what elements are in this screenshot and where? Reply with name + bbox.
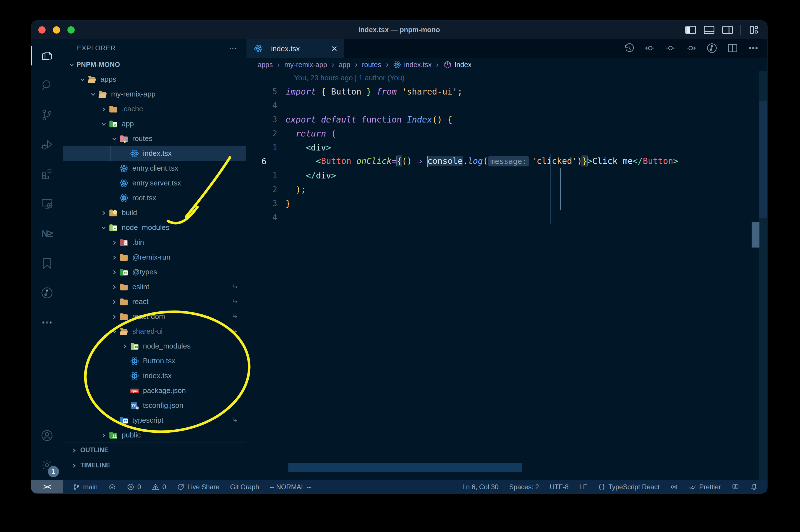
settings-gear-icon[interactable]: 1 (31, 450, 63, 480)
status-feedback[interactable] (731, 483, 739, 491)
horizontal-scrollbar-thumb[interactable] (288, 463, 522, 472)
tree-item-index-tsx[interactable]: index.tsx (63, 146, 246, 161)
tree-item-routes[interactable]: routes (63, 131, 246, 146)
tab-index-tsx[interactable]: index.tsx ✕ (246, 39, 344, 58)
status-branch[interactable]: main (73, 483, 98, 491)
chevron-right-icon[interactable] (109, 417, 119, 423)
chevron-right-icon[interactable] (109, 314, 119, 320)
section-outline[interactable]: OUTLINE (63, 442, 246, 458)
tree-item-apps[interactable]: apps (63, 72, 246, 87)
toggle-primary-sidebar-icon[interactable] (685, 26, 696, 34)
status-prettier[interactable]: Prettier (689, 483, 721, 491)
status-indentation[interactable]: Spaces: 2 (509, 483, 539, 491)
chevron-down-icon[interactable] (88, 91, 98, 97)
status-cursor-position[interactable]: Ln 6, Col 30 (462, 483, 498, 491)
breadcrumb-apps[interactable]: apps (258, 61, 273, 69)
more-actions-icon[interactable] (748, 42, 759, 55)
breadcrumb-index-tsx[interactable]: index.tsx (393, 60, 432, 69)
code-line[interactable]: 1 </div> (246, 168, 767, 183)
status-live-share[interactable]: Live Share (177, 483, 220, 491)
breadcrumb-app[interactable]: app (339, 61, 350, 69)
status-language-mode[interactable]: TypeScript React (598, 483, 660, 491)
tree-item--types[interactable]: TS@types (63, 265, 246, 280)
status-notifications[interactable] (750, 483, 758, 491)
history-icon[interactable] (624, 42, 635, 55)
code-line[interactable]: 2 ); (246, 183, 767, 196)
tree-item-public[interactable]: public (63, 428, 246, 442)
prev-change-icon[interactable] (644, 42, 655, 55)
chevron-right-icon[interactable] (99, 432, 108, 438)
status-eol[interactable]: LF (579, 483, 587, 491)
tree-item-button-tsx[interactable]: Button.tsx (63, 354, 246, 368)
tree-item-index-tsx[interactable]: index.tsx (63, 368, 246, 383)
tree-item-pnpm-mono[interactable]: PNPM-MONO (63, 57, 246, 72)
chevron-right-icon[interactable] (109, 254, 119, 261)
code-line[interactable]: 3export default function Index() { (246, 112, 767, 127)
status-errors[interactable]: 0 (127, 483, 141, 491)
tree-item-shared-ui[interactable]: shared-ui (63, 324, 246, 339)
chevron-down-icon[interactable] (109, 136, 119, 142)
chevron-right-icon[interactable] (99, 210, 108, 216)
explorer-icon[interactable] (31, 41, 63, 71)
code-area[interactable]: You, 23 hours ago | 1 author (You) 5impo… (246, 71, 767, 480)
breadcrumb-index[interactable]: Index (443, 60, 472, 69)
tree-item-node-modules[interactable]: JSnode_modules (63, 220, 246, 235)
vertical-scrollbar-thumb[interactable] (759, 101, 767, 218)
status-encoding[interactable]: UTF-8 (550, 483, 569, 491)
tree-item-app[interactable]: ⚙app (63, 116, 246, 131)
chevron-down-icon[interactable] (99, 225, 108, 231)
tree-item--bin[interactable]: 0110.bin (63, 235, 246, 250)
code-line[interactable]: 1 <div> (246, 140, 767, 154)
chevron-down-icon[interactable] (67, 61, 76, 68)
toggle-secondary-sidebar-icon[interactable] (722, 26, 733, 34)
split-editor-icon[interactable] (727, 42, 738, 55)
status-vim-mode[interactable]: -- NORMAL -- (270, 483, 311, 491)
gitlens-icon[interactable] (31, 278, 63, 308)
tree-item-root-tsx[interactable]: root.tsx (63, 190, 246, 205)
tree-item-tsconfig-json[interactable]: TStsconfig.json (63, 398, 246, 413)
customize-layout-icon[interactable] (748, 26, 759, 34)
more-icon[interactable] (31, 308, 63, 337)
bookmarks-icon[interactable] (31, 248, 63, 278)
chevron-down-icon[interactable] (99, 121, 108, 127)
search-icon[interactable] (31, 71, 63, 100)
accounts-icon[interactable] (31, 421, 63, 450)
tree-item-package-json[interactable]: npmpackage.json (63, 383, 246, 398)
remote-indicator[interactable]: >< (31, 480, 63, 494)
code-line-current[interactable]: 6 <Button onClick={() ⇒ console.log(mess… (246, 154, 767, 168)
chevron-right-icon[interactable] (109, 240, 119, 246)
status-git-graph[interactable]: Git Graph (230, 483, 259, 491)
tree-item-eslint[interactable]: eslint (63, 280, 246, 294)
gitlens-icon[interactable] (706, 42, 718, 55)
section-timeline[interactable]: TIMELINE (63, 458, 246, 473)
extensions-icon[interactable] (31, 159, 63, 189)
tree-item-build[interactable]: build (63, 205, 246, 220)
status-sync[interactable] (108, 483, 116, 491)
explorer-more-actions-icon[interactable]: ⋯ (229, 43, 238, 53)
current-change-icon[interactable] (665, 42, 676, 55)
tree-item-entry-server-tsx[interactable]: entry.server.tsx (63, 176, 246, 190)
chevron-right-icon[interactable] (99, 106, 108, 112)
tree-item-node-modules[interactable]: JSnode_modules (63, 339, 246, 354)
code-line[interactable]: 2 return ( (246, 127, 767, 140)
tree-item-react-dom[interactable]: react-dom (63, 309, 246, 324)
chevron-right-icon[interactable] (120, 343, 130, 349)
code-line[interactable]: 4 (246, 98, 767, 112)
remote-explorer-icon[interactable] (31, 189, 63, 219)
chevron-right-icon[interactable] (109, 299, 119, 305)
tree-item-my-remix-app[interactable]: my-remix-app (63, 87, 246, 101)
chevron-down-icon[interactable] (77, 76, 87, 82)
tree-item--remix-run[interactable]: @remix-run (63, 250, 246, 265)
status-warnings[interactable]: 0 (152, 483, 166, 491)
chevron-right-icon[interactable] (109, 284, 119, 290)
tree-item--cache[interactable]: .cache (63, 101, 246, 116)
nx-console-icon[interactable]: N≥ (31, 219, 63, 248)
code-line[interactable]: 4 (246, 210, 767, 224)
vertical-scrollbar-track[interactable] (759, 71, 767, 480)
chevron-down-icon[interactable] (109, 328, 119, 335)
tree-item-react[interactable]: react (63, 294, 246, 309)
code-line[interactable]: 5import { Button } from 'shared-ui'; (246, 84, 767, 98)
tree-item-entry-client-tsx[interactable]: entry.client.tsx (63, 161, 246, 176)
code-line[interactable]: 3} (246, 196, 767, 210)
run-debug-icon[interactable] (31, 130, 63, 159)
